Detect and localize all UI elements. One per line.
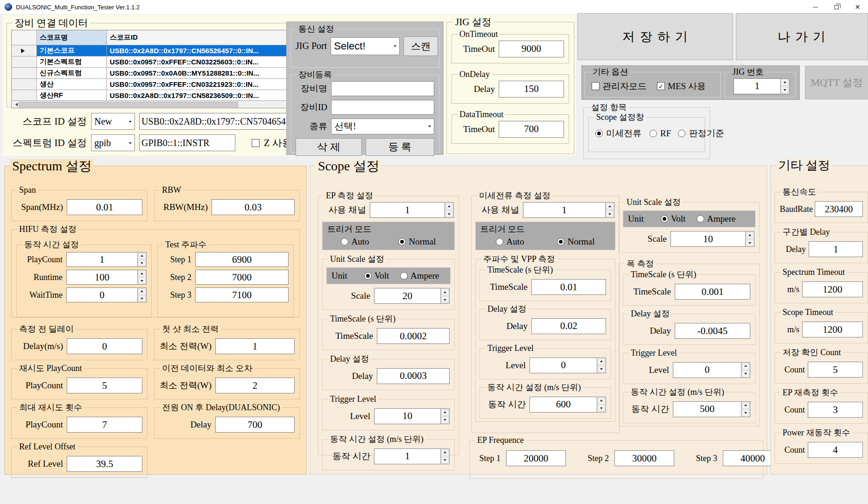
retry-playcount-input[interactable] [67, 378, 142, 393]
waittime-input[interactable] [66, 287, 137, 302]
width-delay-input[interactable] [675, 323, 750, 339]
spin-down-icon[interactable] [445, 210, 453, 217]
spin-up-icon[interactable] [781, 79, 789, 86]
minimize-button[interactable] [805, 0, 826, 14]
ep-freq-step2-input[interactable] [614, 450, 674, 466]
baudrate-input[interactable] [815, 201, 863, 217]
spin-down-icon[interactable] [138, 295, 146, 301]
spin-down-icon[interactable] [746, 239, 754, 246]
ep-trigger-level-input[interactable] [374, 408, 440, 424]
unit2-volt-radio[interactable] [661, 215, 668, 223]
table-row[interactable]: 생산 USB0::0x0957::0xFFEF::CN03221923::0::… [12, 79, 326, 90]
micro-trigger-level-input[interactable] [529, 357, 597, 373]
save-count-input[interactable] [808, 362, 863, 378]
ep-trigger-auto-radio[interactable] [341, 238, 348, 245]
test-freq-step3-input[interactable] [195, 287, 289, 302]
spectrum-id-input[interactable] [139, 134, 235, 151]
ep-scale-input[interactable] [374, 288, 440, 304]
close-button[interactable]: ✕ [847, 0, 868, 14]
table-horizontal-scrollbar[interactable] [12, 100, 318, 108]
z-use-checkbox[interactable] [252, 139, 260, 147]
spin-down-icon[interactable] [742, 371, 749, 377]
test-freq-step1-input[interactable] [195, 252, 289, 267]
spin-up-icon[interactable] [598, 358, 605, 365]
ep-freq-step1-input[interactable] [506, 450, 566, 466]
micro-timescale-input[interactable] [531, 279, 606, 295]
col-header-id[interactable]: 스코프ID [107, 30, 290, 45]
judge-standard-radio[interactable] [678, 130, 685, 137]
max-retry-input[interactable] [67, 417, 142, 433]
spin-down-icon[interactable] [441, 296, 449, 303]
spin-up-icon[interactable] [606, 203, 614, 210]
delete-button[interactable]: 삭 제 [296, 138, 362, 156]
span-input[interactable] [67, 199, 142, 215]
unit2-ampere-radio[interactable] [697, 215, 704, 223]
rbw-input[interactable] [212, 199, 295, 215]
ep-trigger-normal-radio[interactable] [398, 238, 406, 245]
micro-delay-input[interactable] [531, 318, 606, 334]
micro-trigger-normal-radio[interactable] [557, 238, 565, 245]
test-freq-step2-input[interactable] [195, 270, 289, 285]
spin-down-icon[interactable] [138, 278, 146, 284]
data-timeout-input[interactable] [499, 121, 564, 138]
register-button[interactable]: 등 록 [366, 138, 434, 156]
restore-button[interactable] [826, 0, 847, 14]
spin-up-icon[interactable] [742, 402, 749, 409]
col-header-name[interactable]: 스코프명 [37, 30, 107, 45]
spin-up-icon[interactable] [445, 203, 453, 210]
spin-up-icon[interactable] [138, 288, 146, 294]
spectrum-timeout-input[interactable] [802, 281, 863, 297]
step-delay-input[interactable] [809, 241, 863, 257]
mqtt-settings-button[interactable]: MQTT 설정 [805, 66, 868, 99]
power-recount-input[interactable] [808, 442, 863, 458]
runtime-input[interactable] [66, 270, 137, 285]
ref-level-input[interactable] [67, 456, 142, 472]
table-row[interactable]: 기본스펙트럼 USB0::0x0957::0xFFEF::CN03225603:… [12, 56, 326, 68]
micro-trigger-auto-radio[interactable] [496, 238, 503, 245]
spectrum-id-combo[interactable]: gpib [91, 134, 135, 151]
min-error-input[interactable] [215, 378, 295, 393]
ep-unit-ampere-radio[interactable] [400, 272, 408, 280]
spin-up-icon[interactable] [441, 449, 449, 456]
exit-button[interactable]: 나 가 기 [736, 13, 868, 60]
scope-timeout-input[interactable] [802, 322, 863, 337]
power-on-delay-input[interactable] [215, 417, 295, 433]
device-id-input[interactable] [331, 100, 434, 115]
ep-unit-volt-radio[interactable] [364, 272, 372, 280]
spin-down-icon[interactable] [781, 87, 789, 93]
ep-recount-input[interactable] [808, 402, 863, 418]
on-timeout-input[interactable] [499, 41, 564, 57]
spin-up-icon[interactable] [138, 271, 146, 277]
pre-delay-input[interactable] [67, 338, 142, 354]
micro-runtime-input[interactable] [529, 397, 597, 413]
width-trigger-level-input[interactable] [673, 362, 741, 378]
save-button[interactable]: 저 장 하 기 [578, 13, 733, 60]
spin-up-icon[interactable] [742, 363, 749, 370]
playcount-input[interactable] [66, 252, 137, 267]
mes-use-checkbox[interactable] [657, 82, 665, 90]
micro-channel-input[interactable] [523, 202, 605, 218]
width-runtime-input[interactable] [673, 401, 741, 417]
spin-down-icon[interactable] [742, 410, 749, 416]
on-delay-input[interactable] [499, 81, 564, 98]
spin-down-icon[interactable] [441, 457, 449, 463]
spin-up-icon[interactable] [746, 232, 754, 238]
first-shot-input[interactable] [215, 338, 295, 354]
scope-id-combo[interactable]: New [91, 113, 135, 130]
spin-up-icon[interactable] [598, 398, 605, 404]
unit2-scale-input[interactable] [670, 231, 745, 247]
spin-up-icon[interactable] [138, 253, 146, 259]
table-row[interactable]: 생산RF USB0::0x2A8D::0x1797::CN58236509::0… [12, 90, 326, 101]
table-row[interactable]: 신규스펙트럼 USB0::0x0957::0x0A0B::MY51288281:… [12, 68, 326, 79]
spin-down-icon[interactable] [138, 260, 146, 266]
micro-current-radio[interactable] [595, 130, 603, 137]
ep-channel-input[interactable] [370, 202, 445, 218]
spin-up-icon[interactable] [441, 289, 449, 295]
scrollbar-thumb[interactable] [19, 102, 238, 107]
ep-runtime-input[interactable] [374, 448, 440, 464]
device-name-input[interactable] [331, 81, 434, 96]
width-timescale-input[interactable] [675, 284, 750, 300]
rf-radio[interactable] [649, 130, 657, 137]
spin-down-icon[interactable] [598, 405, 605, 412]
jig-port-combo[interactable]: Select! [331, 37, 400, 55]
